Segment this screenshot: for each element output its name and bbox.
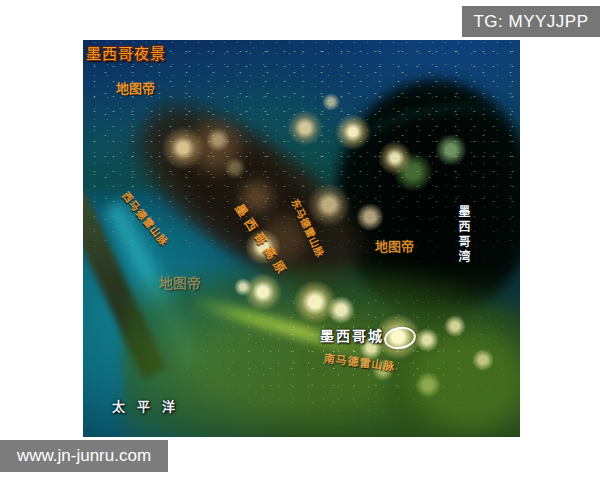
page: TG: MYYJJPP 墨西哥夜景 地图帝 西马德雷山脉 墨西哥高原 东马德雷山… [0, 0, 600, 480]
mexico-night-map: 墨西哥夜景 地图帝 西马德雷山脉 墨西哥高原 东马德雷山脉 地图帝 地图帝 墨西… [83, 40, 520, 437]
telegram-badge: TG: MYYJJPP [462, 6, 600, 37]
label-gulf-of-mexico: 墨西哥湾 [455, 205, 472, 265]
watermark-north: 地图帝 [116, 78, 155, 97]
label-pacific-ocean: 太平洋 [112, 396, 187, 415]
label-mexico-city: 墨西哥城 [320, 325, 384, 345]
watermark-coast: 地图帝 [159, 272, 201, 292]
map-title: 墨西哥夜景 [86, 42, 166, 63]
website-badge: www.jn-junru.com [0, 440, 168, 472]
watermark-east: 地图帝 [375, 236, 414, 255]
